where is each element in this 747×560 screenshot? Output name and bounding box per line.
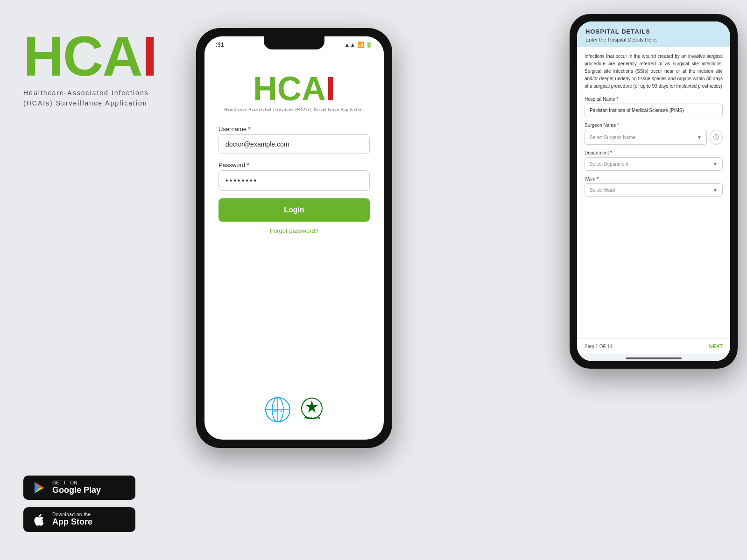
svg-text:WHO: WHO	[273, 409, 282, 413]
ward-select[interactable]: Select Ward ▼	[585, 183, 723, 197]
app-store-text: Download on the App Store	[52, 512, 92, 527]
login-content: H C A I Healthcare-Associated Infections…	[204, 53, 384, 440]
app-store-main: App Store	[52, 517, 92, 527]
hospital-screen-body: Infections that occur in the wound creat…	[577, 47, 730, 338]
phone-screen-login: :31 ▲▲ 📶 🔋 H C A I Healthcare-Associated…	[204, 36, 384, 440]
phone-footer: WHO PAKISTAN	[257, 389, 331, 430]
department-select[interactable]: Select Department ▼	[585, 157, 723, 171]
step-indicator: Step 1 OF 14	[585, 344, 612, 349]
phone-logo-a: A	[302, 72, 326, 105]
app-store-button[interactable]: Download on the App Store	[23, 507, 135, 532]
ward-label: Ward *	[585, 176, 723, 182]
surgeon-info-button[interactable]: ⓘ	[710, 130, 723, 145]
department-chevron-icon: ▼	[713, 161, 718, 167]
ward-group: Ward * Select Ward ▼	[585, 176, 723, 197]
phone-logo-letters: H C A I	[253, 72, 335, 105]
phone-logo-h: H	[253, 72, 277, 105]
surgeon-name-select[interactable]: Select Surgeon Name ▼	[585, 130, 707, 145]
hospital-screen-title: HOSPITAL DETAILS	[585, 28, 722, 35]
who-logo: WHO	[265, 397, 291, 423]
login-button[interactable]: Login	[218, 198, 370, 222]
google-play-sub: GET IT ON	[52, 480, 101, 485]
phone-logo: H C A I Healthcare-Associated Infections…	[224, 72, 364, 112]
surgeon-chevron-icon: ▼	[697, 135, 702, 140]
main-logo: H C A I Healthcare-Associated Infections…	[23, 28, 187, 109]
username-label: Username *	[218, 126, 370, 133]
surgeon-name-label: Surgeon Name *	[585, 123, 723, 128]
phone-logo-c: C	[277, 72, 302, 105]
store-buttons: GET IT ON Google Play Download on the Ap…	[23, 476, 135, 532]
department-label: Department *	[585, 150, 723, 155]
hospital-screen-footer: Step 1 OF 14 NEXT	[577, 338, 730, 354]
status-icons: ▲▲ 📶 🔋	[345, 42, 373, 48]
logo-h: H	[23, 28, 63, 84]
google-play-main: Google Play	[52, 485, 101, 496]
google-play-text: GET IT ON Google Play	[52, 480, 101, 496]
left-section: H C A I Healthcare-Associated Infections…	[0, 0, 210, 560]
apple-icon	[32, 512, 47, 527]
hospital-description: Infections that occur in the wound creat…	[585, 53, 723, 90]
phone-frame-hospital: HOSPITAL DETAILS Enter the Hospital Deta…	[570, 14, 738, 369]
hospital-phone: HOSPITAL DETAILS Enter the Hospital Deta…	[570, 0, 747, 499]
phone-notch	[264, 36, 324, 49]
ward-placeholder: Select Ward	[590, 188, 615, 193]
password-input[interactable]	[218, 170, 370, 191]
logo-c: C	[63, 28, 103, 84]
login-phone: :31 ▲▲ 📶 🔋 H C A I Healthcare-Associated…	[196, 28, 392, 532]
logo-i: I	[142, 28, 156, 84]
department-group: Department * Select Department ▼	[585, 150, 723, 171]
surgeon-name-select-row: Select Surgeon Name ▼ ⓘ	[585, 130, 723, 145]
phone-frame-login: :31 ▲▲ 📶 🔋 H C A I Healthcare-Associated…	[196, 28, 392, 448]
logo-letters: H C A I	[23, 28, 156, 84]
app-store-sub: Download on the	[52, 512, 92, 517]
svg-text:PAKISTAN: PAKISTAN	[304, 416, 320, 420]
forgot-password-link[interactable]: Forgot password?	[218, 227, 370, 234]
pakistan-logo: PAKISTAN	[300, 397, 324, 423]
hospital-name-group: Hospital Name *	[585, 97, 723, 117]
phone-logo-subtitle: Healthcare-Associated Infections (HCAIs)…	[224, 107, 364, 112]
surgeon-name-group: Surgeon Name * Select Surgeon Name ▼ ⓘ	[585, 123, 723, 145]
google-play-button[interactable]: GET IT ON Google Play	[23, 476, 135, 500]
hospital-name-input[interactable]	[585, 104, 723, 117]
hospital-screen-header: HOSPITAL DETAILS Enter the Hospital Deta…	[577, 21, 730, 47]
password-label: Password *	[218, 161, 370, 168]
ward-chevron-icon: ▼	[713, 188, 718, 193]
status-time: :31	[216, 42, 224, 48]
home-indicator	[626, 357, 682, 359]
login-form: Username * Password * Login Forgot passw…	[218, 126, 370, 234]
next-button[interactable]: NEXT	[709, 343, 723, 349]
hospital-name-label: Hospital Name *	[585, 97, 723, 102]
google-play-icon	[32, 480, 47, 495]
username-input[interactable]	[218, 134, 370, 154]
logo-a: A	[102, 28, 142, 84]
phone-logo-i: I	[326, 72, 335, 105]
hospital-screen-subtitle: Enter the Hospital Details Here.	[585, 37, 722, 42]
logo-subtitle: Healthcare-Associated Infections (HCAIs)…	[23, 88, 149, 109]
phone-screen-hospital: HOSPITAL DETAILS Enter the Hospital Deta…	[577, 21, 730, 361]
department-placeholder: Select Department	[590, 161, 628, 167]
surgeon-name-placeholder: Select Surgeon Name	[590, 135, 635, 140]
